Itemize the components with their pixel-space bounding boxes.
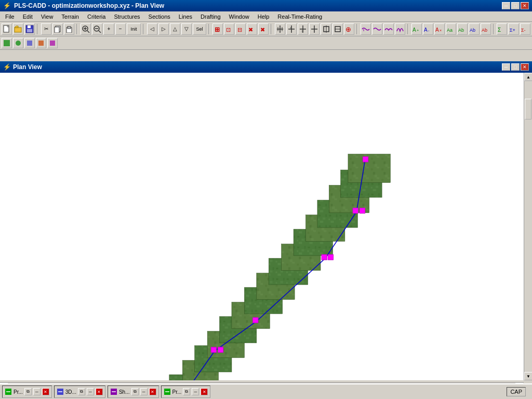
- wave-tool-4[interactable]: [395, 23, 405, 35]
- paste-button[interactable]: [64, 23, 74, 35]
- small-tool-2[interactable]: [13, 38, 23, 48]
- task-item-3[interactable]: Sh... ⧉ ─ ✕: [108, 385, 159, 398]
- edit-tool-3[interactable]: ⊟: [235, 23, 246, 35]
- task-btn-close-2[interactable]: ✕: [96, 388, 103, 395]
- structure-4[interactable]: [322, 255, 327, 260]
- toolbar-row-2: [0, 36, 532, 50]
- zoom-in-button[interactable]: [81, 23, 91, 35]
- small-tool-5[interactable]: [47, 38, 58, 48]
- task-btn-close-3[interactable]: ✕: [149, 388, 156, 395]
- minus-button[interactable]: −: [115, 23, 126, 35]
- extra-tool-3[interactable]: Σ-: [520, 23, 530, 35]
- task-btn-copy-3[interactable]: ⧉: [131, 388, 139, 395]
- plan-close-button[interactable]: ✕: [521, 63, 529, 71]
- close-button[interactable]: ✕: [521, 2, 529, 9]
- edit-tool-1[interactable]: ⊞: [212, 23, 223, 35]
- menu-structures[interactable]: Structures: [110, 12, 144, 21]
- svg-text:⊞: ⊞: [215, 26, 220, 33]
- structure-4b[interactable]: [328, 255, 333, 260]
- menu-realtime[interactable]: Real-Time-Rating: [273, 12, 326, 21]
- vscroll-up[interactable]: ▲: [524, 73, 532, 81]
- small-tool-1[interactable]: [2, 38, 12, 48]
- rating-tool-1[interactable]: A+: [411, 23, 422, 35]
- cut-button[interactable]: ✂: [41, 23, 51, 35]
- separator-4: [208, 24, 210, 34]
- maximize-button[interactable]: □: [511, 2, 520, 9]
- task-item-1[interactable]: Pr... ⧉ ─ ✕: [2, 385, 52, 398]
- task-btn-min-2[interactable]: ─: [87, 388, 94, 395]
- extra-tool-1[interactable]: Σ: [497, 23, 507, 35]
- struct-tool-7[interactable]: ⊕: [344, 23, 354, 35]
- app-icon: ⚡: [3, 2, 11, 9]
- structure-3[interactable]: [253, 317, 258, 323]
- minimize-button[interactable]: ─: [502, 2, 510, 9]
- svg-rect-56: [27, 41, 32, 46]
- rating-tool-7[interactable]: Ab: [481, 23, 491, 35]
- task-btn-min-4[interactable]: ─: [192, 388, 199, 395]
- menu-view[interactable]: View: [37, 12, 58, 21]
- new-button[interactable]: [2, 23, 12, 35]
- menu-help[interactable]: Help: [254, 12, 274, 21]
- init-button[interactable]: Init: [127, 23, 141, 35]
- menu-edit[interactable]: Edit: [19, 12, 37, 21]
- struct-tool-3[interactable]: ?: [298, 23, 308, 35]
- edit-tool-4[interactable]: ✖: [247, 23, 257, 35]
- menu-drafting[interactable]: Drafting: [196, 12, 225, 21]
- rating-tool-6[interactable]: Ab: [469, 23, 479, 35]
- forward-button[interactable]: ▷: [158, 23, 169, 35]
- edit-tool-2[interactable]: ⊡: [224, 23, 234, 35]
- task-btn-min-3[interactable]: ─: [140, 388, 148, 395]
- copy-button[interactable]: [52, 23, 63, 35]
- struct-tool-4[interactable]: [309, 23, 320, 35]
- small-tool-3[interactable]: [24, 38, 35, 48]
- task-item-2[interactable]: 3D... ⧉ ─ ✕: [54, 385, 105, 398]
- vscroll-thumb[interactable]: [525, 99, 531, 119]
- menu-sections[interactable]: Sections: [144, 12, 175, 21]
- task-btn-copy-1[interactable]: ⧉: [24, 388, 32, 395]
- extra-tool-2[interactable]: Σ+: [508, 23, 518, 35]
- structure-2[interactable]: [211, 347, 216, 352]
- vscroll-down[interactable]: ▼: [524, 372, 532, 380]
- back-button[interactable]: ◁: [147, 23, 157, 35]
- save-button[interactable]: [24, 23, 35, 35]
- menu-window[interactable]: Window: [225, 12, 254, 21]
- svg-text:Σ: Σ: [498, 27, 501, 33]
- small-tool-4[interactable]: [36, 38, 46, 48]
- structure-5b[interactable]: [360, 208, 365, 213]
- sel-button[interactable]: Sel: [193, 23, 206, 35]
- task-btn-copy-4[interactable]: ⧉: [183, 388, 190, 395]
- structure-2b[interactable]: [218, 347, 223, 352]
- rating-tool-4[interactable]: Aa: [446, 23, 456, 35]
- structure-5[interactable]: [353, 208, 358, 213]
- struct-tool-1[interactable]: [275, 23, 285, 35]
- struct-tool-6[interactable]: [332, 23, 343, 35]
- open-button[interactable]: [13, 23, 23, 35]
- wave-tool-3[interactable]: [383, 23, 394, 35]
- app-title: ⚡ PLS-CADD - optimizationworkshop.xyz - …: [3, 2, 164, 9]
- zoom-out-button[interactable]: [92, 23, 102, 35]
- plan-canvas[interactable]: [0, 73, 524, 380]
- wave-tool-2[interactable]: [372, 23, 382, 35]
- menu-lines[interactable]: Lines: [175, 12, 196, 21]
- task-btn-close-4[interactable]: ✕: [201, 388, 208, 395]
- plan-minimize-button[interactable]: ─: [502, 63, 510, 71]
- up-button[interactable]: △: [170, 23, 180, 35]
- edit-tool-5[interactable]: ✖: [258, 23, 269, 35]
- rating-tool-3[interactable]: A×: [434, 23, 445, 35]
- menu-criteria[interactable]: Criteria: [83, 12, 110, 21]
- task-btn-copy-2[interactable]: ⧉: [78, 388, 85, 395]
- task-item-4[interactable]: Pr... ⧉ ─ ✕: [161, 385, 211, 398]
- rating-tool-2[interactable]: A-: [423, 23, 433, 35]
- menu-terrain[interactable]: Terrain: [57, 12, 83, 21]
- plan-maximize-button[interactable]: □: [511, 63, 520, 71]
- wave-tool-1[interactable]: [361, 23, 371, 35]
- struct-tool-2[interactable]: +: [286, 23, 297, 35]
- struct-tool-5[interactable]: [321, 23, 331, 35]
- task-btn-close-1[interactable]: ✕: [42, 388, 49, 395]
- structure-6[interactable]: [363, 157, 368, 162]
- plus-button[interactable]: +: [103, 23, 114, 35]
- menu-file[interactable]: File: [1, 12, 19, 21]
- down-button[interactable]: ▽: [181, 23, 192, 35]
- task-btn-min-1[interactable]: ─: [33, 388, 41, 395]
- rating-tool-5[interactable]: Ab: [457, 23, 468, 35]
